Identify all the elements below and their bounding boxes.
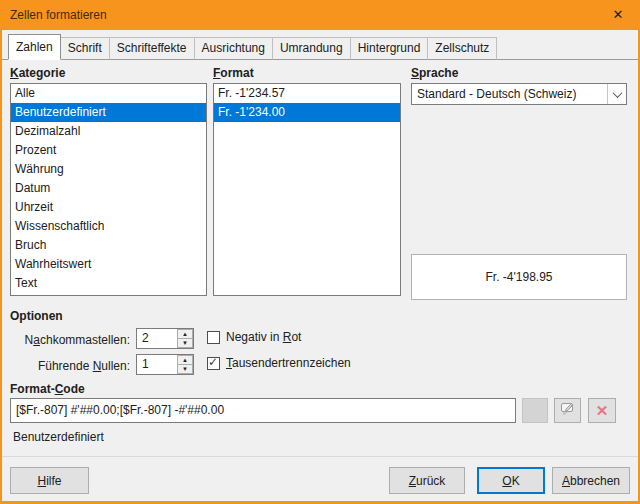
format-code-label: Format-Code (10, 382, 85, 396)
spin-down-icon[interactable]: ▼ (177, 364, 193, 374)
list-item-selected[interactable]: Fr. -1'234.00 (214, 103, 400, 122)
options-heading: Optionen (10, 309, 63, 323)
format-listbox[interactable]: Fr. -1'234.57 Fr. -1'234.00 (213, 83, 401, 296)
decimal-places-label: Nachkommastellen: (8, 330, 130, 350)
list-item-selected[interactable]: Benutzerdefiniert (11, 103, 206, 122)
delete-format-button[interactable]: ✕ (588, 398, 616, 423)
tab-ausrichtung[interactable]: Ausrichtung (194, 37, 273, 60)
format-label: Format (213, 66, 254, 80)
checkbox-checked-icon[interactable]: ✓ (207, 357, 220, 370)
leading-zeroes-value[interactable]: 1 (137, 355, 177, 374)
list-item[interactable]: Wissenschaftlich (11, 217, 206, 236)
footer-divider (2, 456, 638, 457)
tab-zellschutz[interactable]: Zellschutz (427, 37, 497, 60)
format-preview: Fr. -4'198.95 (411, 254, 627, 300)
language-value: Standard - Deutsch (Schweiz) (412, 87, 607, 101)
spin-up-icon[interactable]: ▲ (177, 355, 193, 364)
list-item[interactable]: Datum (11, 179, 206, 198)
spin-up-icon[interactable]: ▲ (177, 329, 193, 338)
decimal-places-value[interactable]: 2 (137, 329, 177, 348)
spin-down-icon[interactable]: ▼ (177, 338, 193, 348)
delete-icon: ✕ (596, 402, 609, 420)
format-code-status: Benutzerdefiniert (13, 430, 104, 444)
language-dropdown[interactable]: Standard - Deutsch (Schweiz) (411, 83, 627, 105)
edit-comment-icon (560, 402, 575, 419)
list-item[interactable]: Bruch (11, 236, 206, 255)
category-listbox[interactable]: Alle Benutzerdefiniert Dezimalzahl Proze… (10, 83, 207, 296)
cancel-button[interactable]: Abbrechen (552, 467, 630, 494)
thousands-separator-checkbox[interactable]: ✓ Tausendertrennzeichen (207, 356, 351, 370)
leading-zeroes-label: Führende Nullen: (8, 356, 130, 376)
tab-schrifteffekte[interactable]: Schrifteffekte (109, 37, 195, 60)
leading-zeroes-stepper[interactable]: 1 ▲ ▼ (136, 354, 194, 375)
title-bar: Zellen formatieren ✕ (0, 0, 640, 30)
help-button[interactable]: Hilfe (10, 467, 89, 494)
tab-umrandung[interactable]: Umrandung (272, 37, 351, 60)
negative-red-label: Negativ in Rot (226, 330, 301, 344)
format-code-input[interactable]: [$Fr.-807] #'##0.00;[$Fr.-807] -#'##0.00 (10, 398, 516, 423)
format-cells-dialog: Zellen formatieren ✕ Zahlen Schrift Schr… (0, 0, 640, 504)
thousands-separator-label: Tausendertrennzeichen (226, 356, 351, 370)
tab-zahlen[interactable]: Zahlen (8, 34, 61, 60)
close-icon[interactable]: ✕ (606, 4, 630, 26)
category-label: Kategorie (10, 66, 65, 80)
preview-value: Fr. -4'198.95 (486, 270, 553, 284)
list-item[interactable]: Prozent (11, 141, 206, 160)
negative-red-checkbox[interactable]: Negativ in Rot (207, 330, 301, 344)
list-item[interactable]: Alle (11, 84, 206, 103)
tab-schrift[interactable]: Schrift (60, 37, 110, 60)
decimal-places-stepper[interactable]: 2 ▲ ▼ (136, 328, 194, 349)
window-title: Zellen formatieren (10, 8, 107, 22)
back-button[interactable]: Zurück (389, 467, 465, 494)
tab-hintergrund[interactable]: Hintergrund (350, 37, 429, 60)
list-item[interactable]: Text (11, 274, 206, 293)
list-item[interactable]: Dezimalzahl (11, 122, 206, 141)
tab-strip: Zahlen Schrift Schrifteffekte Ausrichtun… (8, 37, 632, 60)
edit-comment-button[interactable] (554, 398, 581, 423)
chevron-down-icon[interactable] (607, 84, 626, 104)
checkbox-unchecked-icon[interactable] (207, 331, 220, 344)
ok-button[interactable]: OK (477, 467, 545, 494)
list-item[interactable]: Wahrheitswert (11, 255, 206, 274)
add-format-button[interactable] (522, 398, 548, 423)
list-item[interactable]: Uhrzeit (11, 198, 206, 217)
language-label: Sprache (411, 66, 458, 80)
list-item[interactable]: Fr. -1'234.57 (214, 84, 400, 103)
list-item[interactable]: Währung (11, 160, 206, 179)
